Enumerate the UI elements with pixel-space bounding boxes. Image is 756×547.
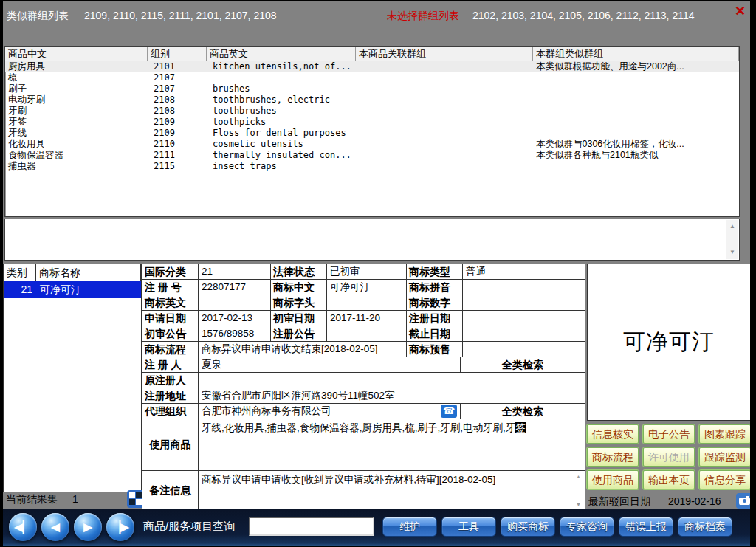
- cell-product-en: kitchen utensils,not of...: [207, 61, 356, 72]
- first-trial-gazette-value: 1576/89858: [199, 326, 271, 341]
- cell-group: 2107: [148, 72, 207, 83]
- table-row[interactable]: 厨房用具 2101 kitchen utensils,not of... 本类似…: [5, 61, 739, 72]
- cell-product-en: toothbrushes: [207, 106, 356, 117]
- scroll-up-icon[interactable]: ▲: [574, 472, 583, 481]
- expert-consult-button[interactable]: 专家咨询: [560, 517, 614, 537]
- cell-group: 2111: [148, 150, 207, 161]
- license-use-button: 许可使用: [643, 447, 695, 467]
- col-header-similar-groups[interactable]: 本群组类似群组: [533, 47, 739, 61]
- cell-related: [356, 150, 533, 161]
- camera-icon[interactable]: [736, 493, 753, 509]
- maintain-button[interactable]: 维护: [382, 517, 437, 537]
- col-header-product-cn[interactable]: 商品中文: [5, 47, 148, 61]
- col-header-group[interactable]: 组别: [148, 47, 207, 61]
- table-row[interactable]: 牙签 2109 toothpicks: [5, 117, 739, 128]
- share-info-button[interactable]: 信息分享: [699, 470, 751, 489]
- toolbar-buttons: 维护 工具 购买商标 专家咨询 错误上报 商标档案: [382, 517, 732, 537]
- col-header-class[interactable]: 类别: [4, 264, 36, 281]
- scrollbar[interactable]: ▲ ▼: [726, 220, 738, 259]
- record-navigation: ◀▏ ◀ ▶ ▕▶: [9, 513, 134, 541]
- next-record-button[interactable]: ▶: [74, 513, 102, 541]
- goods-label: 使用商品: [150, 438, 191, 452]
- tracking-monitor-button[interactable]: 跟踪监测: [699, 447, 751, 467]
- col-header-mark-name[interactable]: 商标名称: [36, 264, 141, 281]
- phone-icon[interactable]: ☎: [441, 405, 457, 418]
- tools-button[interactable]: 工具: [441, 517, 496, 537]
- cell-product-cn: 牙刷: [5, 106, 148, 117]
- cell-related: [356, 94, 533, 106]
- image-tracking-button[interactable]: 图素跟踪: [699, 424, 751, 444]
- goods-text: 牙线,化妆用具,捕虫器,食物保温容器,厨房用具,梳,刷子,牙刷,电动牙刷,牙: [202, 422, 515, 433]
- search-all-classes-agency-button[interactable]: 全类检索: [461, 404, 585, 419]
- cell-group: 2101: [148, 61, 207, 72]
- cell-group: 2110: [148, 139, 207, 150]
- goods-service-query-input[interactable]: [249, 517, 374, 536]
- first-record-button[interactable]: ◀▏: [9, 513, 37, 541]
- scroll-down-icon[interactable]: ▼: [574, 500, 583, 509]
- cell-similar: [533, 94, 739, 106]
- results-header: 类别 商标名称: [4, 264, 141, 281]
- mark-flow-button[interactable]: 商标流程: [587, 447, 639, 467]
- cell-product-en: toothpicks: [207, 117, 356, 128]
- goods-value[interactable]: 牙线,化妆用具,捕虫器,食物保温容器,厨房用具,梳,刷子,牙刷,电动牙刷,牙签: [199, 419, 585, 470]
- first-trial-date-label: 初审日期: [271, 311, 327, 326]
- cell-similar: [533, 83, 739, 94]
- reg-address-label: 注册地址: [142, 388, 199, 403]
- unselected-group-list-label: 未选择群组列表: [387, 10, 459, 23]
- trademark-archive-button[interactable]: 商标档案: [678, 517, 732, 537]
- cell-group: 2108: [148, 106, 207, 117]
- verify-info-button[interactable]: 信息核实: [587, 424, 639, 444]
- cell-similar: [533, 72, 739, 83]
- remarks-scrollbar[interactable]: ▲ ▼: [574, 472, 584, 509]
- table-row[interactable]: 刷子 2107 brushes: [5, 83, 739, 94]
- mark-head-label: 商标字头: [271, 295, 327, 310]
- selected-group-list-values: 2109, 2110, 2115, 2111, 2101, 2107, 2108: [84, 10, 277, 21]
- mark-pinyin-label: 商标拼音: [407, 280, 463, 295]
- buy-trademark-button[interactable]: 购买商标: [501, 517, 555, 537]
- export-page-button[interactable]: 输出本页: [643, 470, 695, 489]
- close-icon[interactable]: ✕: [735, 4, 746, 18]
- table-row[interactable]: 捕虫器 2115 insect traps: [5, 161, 739, 172]
- col-header-related-groups[interactable]: 本商品关联群组: [356, 47, 533, 61]
- cell-product-en: cosmetic utensils: [207, 139, 356, 150]
- table-row[interactable]: 梳 2107: [5, 72, 739, 83]
- table-row[interactable]: 化妆用具 2110 cosmetic utensils 本类似群与0306化妆用…: [5, 139, 739, 150]
- cell-product-cn: 捕虫器: [5, 161, 148, 172]
- cell-group: 2115: [148, 161, 207, 172]
- apply-date-label: 申请日期: [142, 311, 199, 326]
- result-set-label: 当前结果集: [6, 493, 58, 505]
- cell-similar: 本类似群根据功能、用途与2002商...: [533, 61, 739, 72]
- reg-no-value: 22807177: [199, 280, 271, 295]
- cell-product-cn: 梳: [5, 72, 148, 83]
- reg-date-label: 注册日期: [407, 311, 463, 326]
- goods-in-use-button[interactable]: 使用商品: [587, 470, 639, 489]
- trademark-image-preview: 可净可汀: [587, 264, 751, 421]
- agency-label: 代理组织: [142, 404, 199, 419]
- reg-gazette-label: 注册公告: [271, 326, 327, 341]
- detail-text-box[interactable]: ▲ ▼: [4, 219, 740, 261]
- cell-related: [356, 72, 533, 83]
- e-gazette-button[interactable]: 电子公告: [643, 424, 695, 444]
- reg-address-value: 安徽省合肥市庐阳区淮河路390号11幢502室: [199, 388, 585, 403]
- cell-group: 2108: [148, 94, 207, 106]
- table-row[interactable]: 牙线 2109 Floss for dental purposes: [5, 128, 739, 139]
- previous-record-button[interactable]: ◀: [41, 513, 69, 541]
- scroll-up-icon[interactable]: ▲: [726, 221, 738, 233]
- remarks-value[interactable]: 商标异议申请申请收文[收到异议申请或补充材料,待审][2018-02-05] ▲…: [199, 471, 585, 510]
- cell-similar: [533, 128, 739, 139]
- scroll-down-icon[interactable]: ▼: [726, 247, 738, 258]
- mark-cn-value: 可净可汀: [327, 280, 407, 295]
- cell-product-cn: 食物保温容器: [5, 150, 148, 161]
- table-row[interactable]: 牙刷 2108 toothbrushes: [5, 106, 739, 117]
- table-row[interactable]: 电动牙刷 2108 toothbrushes, electric: [5, 94, 739, 106]
- search-all-classes-registrant-button[interactable]: 全类检索: [461, 357, 585, 372]
- app-window: 类似群组列表 2109, 2110, 2115, 2111, 2101, 210…: [0, 0, 756, 547]
- table-row[interactable]: 食物保温容器 2111 thermally insulated con... 本…: [5, 150, 739, 161]
- error-report-button[interactable]: 错误上报: [619, 517, 673, 537]
- last-record-button[interactable]: ▕▶: [106, 513, 134, 541]
- apply-date-value: 2017-02-13: [199, 311, 271, 326]
- cell-product-en: Floss for dental purposes: [207, 128, 356, 139]
- cell-product-en: [207, 72, 356, 83]
- col-header-product-en[interactable]: 商品英文: [207, 47, 356, 61]
- result-row-selected[interactable]: 21 可净可汀: [4, 281, 141, 298]
